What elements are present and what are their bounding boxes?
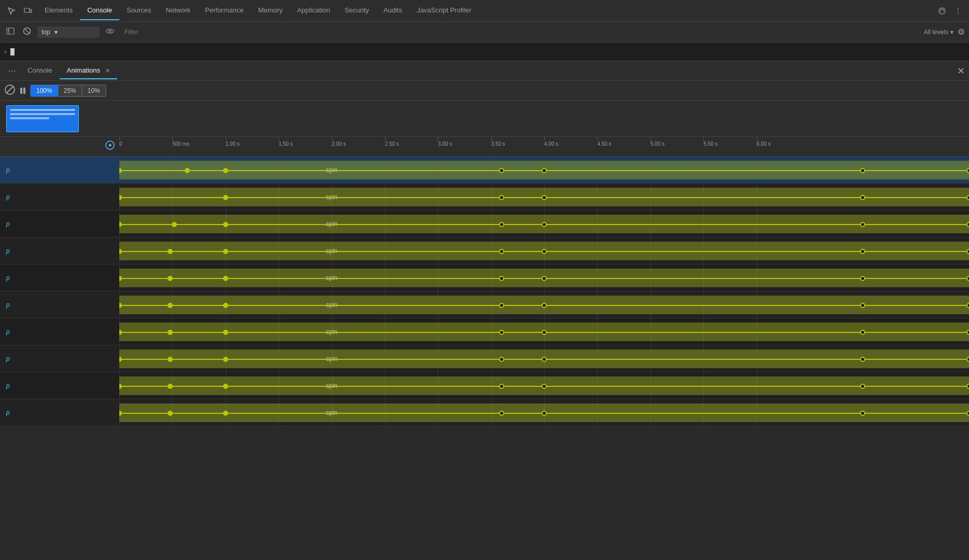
keyframe-dot[interactable] [542,357,547,362]
preserve-log-btn[interactable] [104,25,116,39]
table-row[interactable]: pspin [0,237,969,264]
keyframe-dot[interactable] [499,222,504,227]
keyframe-dot[interactable] [168,330,173,335]
keyframe-dot[interactable] [860,330,865,335]
keyframe-dot[interactable] [223,276,228,281]
keyframe-dot[interactable] [223,330,228,335]
speed-100-btn[interactable]: 100% [31,85,58,96]
keyframe-dot[interactable] [168,357,173,362]
keyframe-dot[interactable] [223,303,228,308]
feedback-btn[interactable] [935,5,949,17]
keyframe-dot[interactable] [223,357,228,362]
clear-animations-btn[interactable] [4,84,16,97]
keyframe-dot[interactable] [168,276,173,281]
keyframe-dot[interactable] [860,222,865,227]
table-row[interactable]: pspin [0,264,969,291]
tab-performance[interactable]: Performance [198,1,251,20]
playhead-icon[interactable] [105,140,115,153]
tab-elements[interactable]: Elements [37,1,80,20]
keyframe-dot[interactable] [966,222,969,227]
keyframe-dot[interactable] [499,195,504,200]
keyframe-dot[interactable] [499,330,504,335]
pause-animations-btn[interactable] [19,87,27,95]
keyframe-dot[interactable] [860,249,865,254]
keyframe-dot[interactable] [542,195,547,200]
keyframe-dot[interactable] [966,168,969,173]
keyframe-dot[interactable] [966,195,969,200]
keyframe-dot[interactable] [223,168,228,173]
keyframe-dot[interactable] [223,249,228,254]
keyframe-dot[interactable] [860,276,865,281]
keyframe-dot[interactable] [966,384,969,389]
keyframe-dot[interactable] [860,357,865,362]
tab-sources[interactable]: Sources [119,1,159,20]
table-row[interactable]: pspin [0,345,969,372]
keyframe-dot[interactable] [499,357,504,362]
keyframe-dot[interactable] [168,249,173,254]
keyframe-dot[interactable] [966,330,969,335]
keyframe-dot[interactable] [860,303,865,308]
keyframe-dot[interactable] [542,411,547,416]
context-selector[interactable]: top ▾ [37,26,100,38]
speed-10-btn[interactable]: 10% [82,85,106,96]
table-row[interactable]: pspin [0,372,969,399]
table-row[interactable]: pspin [0,291,969,318]
tab-js-profiler[interactable]: JavaScript Profiler [409,1,478,20]
table-row[interactable]: pspin [0,399,969,426]
table-row[interactable]: pspin [0,184,969,211]
tab-network[interactable]: Network [159,1,198,20]
table-row[interactable]: pspin [0,157,969,184]
tab-security[interactable]: Security [337,1,376,20]
keyframe-dot[interactable] [499,249,504,254]
keyframe-dot[interactable] [223,384,228,389]
keyframe-dot[interactable] [966,276,969,281]
keyframe-dot[interactable] [542,222,547,227]
keyframe-dot[interactable] [966,357,969,362]
keyframe-dot[interactable] [499,384,504,389]
keyframe-dot[interactable] [223,411,228,416]
close-animations-tab-icon[interactable]: ✕ [105,67,110,74]
tab-application[interactable]: Application [290,1,338,20]
keyframe-dot[interactable] [168,411,173,416]
keyframe-dot[interactable] [542,168,547,173]
keyframe-dot[interactable] [966,411,969,416]
keyframe-dot[interactable] [860,384,865,389]
keyframe-dot[interactable] [499,276,504,281]
table-row[interactable]: pspin [0,318,969,345]
keyframe-dot[interactable] [860,411,865,416]
log-levels-btn[interactable]: All levels ▾ [924,29,953,36]
keyframe-dot[interactable] [168,303,173,308]
clear-log-btn[interactable] [21,25,33,39]
keyframe-dot[interactable] [542,330,547,335]
drawer-tab-console[interactable]: Console [20,62,60,79]
keyframe-dot[interactable] [860,195,865,200]
keyframe-dot[interactable] [542,303,547,308]
speed-25-btn[interactable]: 25% [58,85,82,96]
drawer-more-btn[interactable]: ··· [4,65,20,76]
table-row[interactable]: pspin [0,211,969,237]
keyframe-dot[interactable] [185,168,190,173]
tab-console[interactable]: Console [80,1,119,20]
keyframe-dot[interactable] [542,276,547,281]
device-toggle-btn[interactable] [21,5,35,17]
keyframe-dot[interactable] [172,222,177,227]
keyframe-dot[interactable] [499,303,504,308]
keyframe-dot[interactable] [223,195,228,200]
tab-memory[interactable]: Memory [251,1,290,20]
sidebar-toggle-btn[interactable] [4,25,17,39]
more-options-btn[interactable]: ⋮ [951,5,965,17]
drawer-close-btn[interactable]: ✕ [957,65,965,77]
keyframe-dot[interactable] [499,411,504,416]
filter-input[interactable] [120,26,920,38]
keyframe-dot[interactable] [168,384,173,389]
tab-audits[interactable]: Audits [376,1,409,20]
drawer-tab-animations[interactable]: Animations ✕ [60,62,117,79]
keyframe-dot[interactable] [499,168,504,173]
inspect-icon-btn[interactable] [4,5,19,17]
keyframe-dot[interactable] [542,249,547,254]
keyframe-dot[interactable] [860,168,865,173]
keyframe-dot[interactable] [966,303,969,308]
keyframe-dot[interactable] [542,384,547,389]
settings-gear-icon[interactable]: ⚙ [958,27,965,37]
keyframe-dot[interactable] [223,222,228,227]
